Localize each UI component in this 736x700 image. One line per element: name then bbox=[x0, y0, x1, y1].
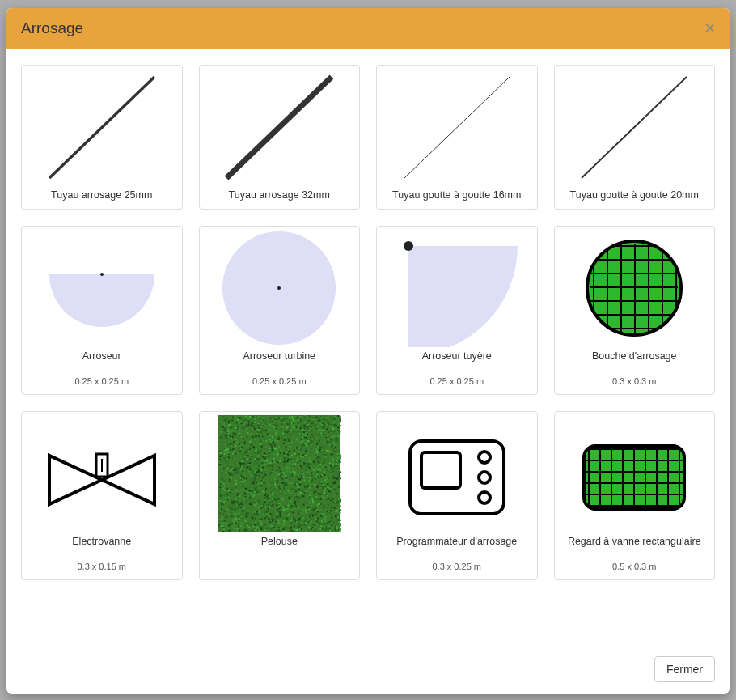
item-card[interactable]: Arroseur0.25 x 0.25 m bbox=[21, 226, 183, 395]
svg-rect-1930 bbox=[329, 491, 331, 493]
svg-rect-487 bbox=[235, 453, 236, 455]
svg-rect-923 bbox=[325, 443, 327, 444]
item-card[interactable]: Tuyau arrosage 32mm bbox=[199, 65, 361, 210]
svg-rect-1123 bbox=[261, 518, 263, 520]
item-card[interactable]: Bouche d'arrosage0.3 x 0.3 m bbox=[554, 226, 716, 395]
svg-rect-2410 bbox=[339, 418, 341, 420]
svg-rect-1729 bbox=[228, 422, 230, 424]
svg-rect-2254 bbox=[272, 465, 273, 467]
svg-rect-1925 bbox=[300, 455, 302, 456]
item-card[interactable]: Tuyau goutte à goutte 16mm bbox=[376, 65, 538, 210]
svg-rect-2003 bbox=[317, 454, 319, 456]
svg-rect-1973 bbox=[252, 442, 253, 443]
svg-rect-1386 bbox=[330, 451, 332, 452]
svg-rect-897 bbox=[267, 522, 269, 524]
svg-rect-595 bbox=[246, 513, 247, 515]
item-card[interactable]: Tuyau arrosage 25mm bbox=[21, 65, 183, 210]
svg-rect-2344 bbox=[221, 437, 222, 439]
svg-rect-1511 bbox=[252, 416, 254, 418]
svg-rect-2042 bbox=[291, 523, 293, 524]
svg-rect-262 bbox=[245, 425, 247, 426]
svg-rect-2043 bbox=[254, 494, 256, 495]
svg-rect-476 bbox=[310, 477, 311, 479]
close-icon[interactable]: × bbox=[704, 19, 715, 37]
svg-rect-2354 bbox=[236, 520, 238, 521]
svg-rect-1890 bbox=[282, 476, 284, 477]
svg-rect-365 bbox=[272, 529, 273, 531]
svg-rect-1603 bbox=[231, 524, 232, 525]
svg-rect-885 bbox=[313, 509, 315, 511]
item-card[interactable]: Tuyau goutte à goutte 20mm bbox=[554, 65, 716, 210]
svg-rect-1194 bbox=[256, 514, 258, 515]
svg-rect-1935 bbox=[243, 434, 244, 435]
svg-rect-1621 bbox=[277, 421, 279, 422]
svg-rect-778 bbox=[330, 479, 332, 481]
svg-rect-2280 bbox=[286, 532, 287, 532]
svg-rect-2064 bbox=[324, 471, 325, 473]
svg-rect-2287 bbox=[302, 472, 303, 473]
svg-rect-1527 bbox=[267, 494, 269, 496]
svg-rect-586 bbox=[310, 516, 311, 518]
svg-rect-1427 bbox=[297, 486, 298, 488]
svg-rect-1763 bbox=[238, 438, 239, 439]
svg-rect-2074 bbox=[222, 493, 224, 494]
svg-rect-2297 bbox=[225, 445, 226, 447]
svg-rect-458 bbox=[328, 467, 329, 469]
svg-rect-2143 bbox=[286, 470, 288, 472]
svg-rect-2038 bbox=[310, 522, 311, 524]
svg-rect-2257 bbox=[243, 427, 244, 429]
svg-rect-2509 bbox=[330, 431, 332, 432]
svg-rect-2403 bbox=[332, 419, 333, 421]
svg-rect-1672 bbox=[231, 469, 233, 471]
svg-rect-722 bbox=[241, 515, 243, 517]
svg-rect-947 bbox=[220, 417, 222, 418]
svg-rect-1160 bbox=[249, 416, 251, 418]
svg-rect-1521 bbox=[264, 464, 266, 465]
svg-rect-2050 bbox=[240, 473, 242, 475]
svg-rect-2341 bbox=[231, 429, 233, 431]
svg-rect-1461 bbox=[292, 437, 294, 439]
svg-rect-1814 bbox=[332, 485, 333, 486]
svg-rect-1328 bbox=[220, 450, 222, 452]
svg-rect-1744 bbox=[299, 528, 301, 530]
item-card[interactable]: Arroseur tuyère0.25 x 0.25 m bbox=[376, 226, 538, 395]
svg-rect-1268 bbox=[291, 505, 293, 507]
svg-rect-1537 bbox=[289, 420, 290, 422]
svg-rect-1072 bbox=[269, 521, 271, 523]
item-card[interactable]: Regard à vanne rectangulaire0.5 x 0.3 m bbox=[554, 411, 716, 580]
svg-point-2529 bbox=[479, 452, 490, 463]
svg-rect-2504 bbox=[336, 417, 337, 418]
svg-rect-1404 bbox=[231, 500, 233, 502]
close-button[interactable]: Fermer bbox=[654, 656, 715, 682]
svg-rect-2222 bbox=[260, 418, 261, 419]
svg-rect-2132 bbox=[260, 514, 262, 515]
svg-rect-2059 bbox=[238, 528, 239, 530]
item-card[interactable]: Arroseur turbine0.25 x 0.25 m bbox=[199, 226, 361, 395]
svg-rect-2161 bbox=[273, 426, 275, 428]
item-card[interactable]: Pelouse bbox=[199, 411, 361, 580]
svg-rect-2286 bbox=[252, 470, 254, 472]
item-card[interactable]: Electrovanne0.3 x 0.15 m bbox=[21, 411, 183, 580]
svg-rect-1244 bbox=[255, 511, 256, 513]
svg-rect-1000 bbox=[323, 462, 324, 464]
item-card[interactable]: Programmateur d'arrosage0.3 x 0.25 m bbox=[376, 411, 538, 580]
svg-rect-2007 bbox=[331, 512, 332, 514]
svg-rect-2394 bbox=[234, 501, 235, 503]
svg-rect-1417 bbox=[317, 497, 319, 498]
svg-rect-1685 bbox=[302, 517, 304, 519]
svg-rect-2173 bbox=[336, 505, 337, 507]
svg-rect-1861 bbox=[262, 423, 264, 425]
svg-rect-972 bbox=[307, 495, 309, 497]
svg-rect-1238 bbox=[311, 518, 313, 520]
svg-rect-216 bbox=[259, 458, 260, 460]
svg-rect-420 bbox=[337, 457, 339, 459]
svg-rect-2268 bbox=[321, 509, 323, 511]
svg-rect-2160 bbox=[280, 420, 281, 422]
svg-rect-1451 bbox=[313, 461, 315, 463]
svg-rect-2497 bbox=[308, 508, 310, 510]
svg-rect-1575 bbox=[286, 508, 287, 510]
svg-rect-55 bbox=[311, 448, 313, 450]
svg-rect-1611 bbox=[330, 489, 332, 490]
svg-rect-1677 bbox=[315, 439, 316, 440]
svg-rect-1834 bbox=[278, 529, 280, 531]
